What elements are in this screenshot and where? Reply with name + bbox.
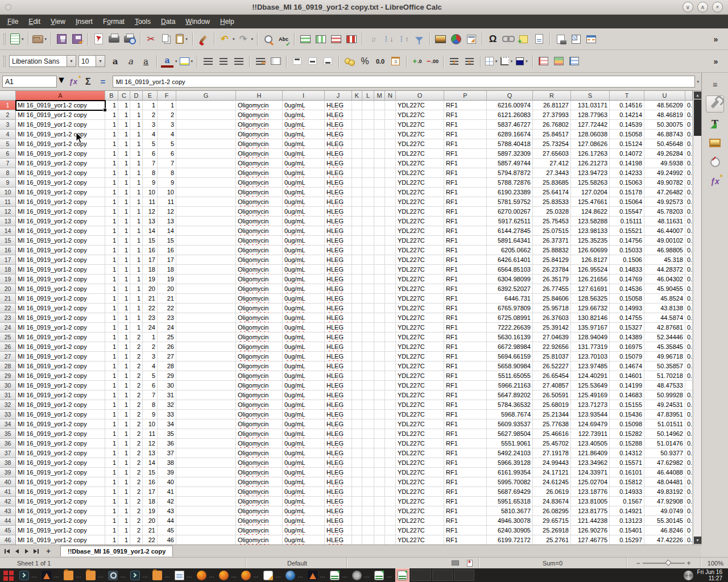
cell[interactable]: [362, 535, 374, 544]
sum-button[interactable]: Σ: [81, 75, 95, 89]
cell[interactable]: Oligomycin: [236, 477, 283, 487]
row-header[interactable]: 38: [0, 458, 16, 468]
cell[interactable]: 1: [118, 419, 130, 429]
cell[interactable]: 45.318: [644, 255, 685, 265]
row-header[interactable]: 44: [0, 516, 16, 526]
cell[interactable]: 25.45702: [533, 439, 571, 448]
cell[interactable]: 5784.36532: [487, 400, 533, 410]
cell[interactable]: [352, 468, 362, 477]
print-preview-button[interactable]: [122, 31, 137, 47]
clone-formatting-button[interactable]: [196, 31, 211, 47]
cell[interactable]: 1: [118, 139, 130, 149]
cell[interactable]: 0ug/mL: [283, 429, 325, 439]
cell[interactable]: RF1: [444, 246, 487, 255]
cell[interactable]: RF1: [444, 101, 487, 110]
cell[interactable]: 11: [143, 429, 158, 439]
page-style-label[interactable]: Default: [287, 560, 307, 567]
cell[interactable]: 1: [130, 294, 143, 304]
cell[interactable]: 1: [105, 332, 118, 342]
cell[interactable]: [362, 159, 374, 168]
cell[interactable]: [362, 120, 374, 130]
cell[interactable]: [374, 323, 385, 332]
cell[interactable]: 34: [158, 419, 176, 429]
cell[interactable]: 0.: [685, 168, 693, 178]
cell[interactable]: 126.95524: [571, 265, 610, 275]
cell[interactable]: RF1: [444, 419, 487, 429]
cell[interactable]: YDL227C: [396, 188, 444, 197]
cell[interactable]: 0ug/mL: [283, 294, 325, 304]
cell[interactable]: [176, 246, 236, 255]
cell[interactable]: 16: [143, 477, 158, 487]
spelling-button[interactable]: Abc: [276, 31, 291, 47]
cell[interactable]: 2: [130, 361, 143, 371]
cell[interactable]: 27.65603: [533, 149, 571, 159]
cell[interactable]: YDL227C: [396, 342, 444, 352]
cell[interactable]: [352, 197, 362, 207]
cell[interactable]: 1: [105, 342, 118, 352]
cell[interactable]: 0.14516: [610, 101, 644, 110]
cell[interactable]: [176, 265, 236, 275]
cell[interactable]: 7222.26639: [487, 323, 533, 332]
cell[interactable]: [362, 236, 374, 246]
cell[interactable]: 1: [118, 332, 130, 342]
cell[interactable]: 32: [158, 400, 176, 410]
cell[interactable]: 19: [143, 275, 158, 284]
cell[interactable]: [385, 207, 396, 217]
cell[interactable]: 1: [118, 197, 130, 207]
cell[interactable]: Oligomycin: [236, 448, 283, 458]
cell[interactable]: 1: [105, 381, 118, 390]
cell[interactable]: [176, 487, 236, 497]
overflow-button[interactable]: »: [708, 53, 723, 69]
cell[interactable]: [176, 352, 236, 361]
cell[interactable]: YDL227C: [396, 535, 444, 544]
cell[interactable]: 125.47661: [571, 197, 610, 207]
first-sheet-button[interactable]: [2, 547, 12, 556]
cell[interactable]: YDL227C: [396, 448, 444, 458]
cell[interactable]: 1: [118, 120, 130, 130]
hyperlink-button[interactable]: [500, 31, 516, 47]
cell[interactable]: YDL227C: [396, 429, 444, 439]
cell[interactable]: 1: [105, 275, 118, 284]
cell[interactable]: 17: [143, 255, 158, 265]
cell[interactable]: 0.15812: [610, 477, 644, 487]
cell[interactable]: [374, 342, 385, 352]
cell[interactable]: [362, 265, 374, 275]
cell[interactable]: [362, 390, 374, 400]
cell[interactable]: [352, 284, 362, 294]
cell[interactable]: YDL227C: [396, 313, 444, 323]
row-header[interactable]: 41: [0, 487, 16, 497]
cell[interactable]: HLEG: [325, 236, 352, 246]
cell[interactable]: 25.77638: [533, 419, 571, 429]
dropdown-arrow-icon[interactable]: [233, 37, 235, 41]
cell[interactable]: 0.: [685, 506, 693, 516]
cell[interactable]: [352, 265, 362, 275]
next-sheet-button[interactable]: [22, 547, 31, 556]
cell[interactable]: 0.15155: [610, 400, 644, 410]
cell[interactable]: 1: [105, 487, 118, 497]
cell[interactable]: [352, 371, 362, 381]
cell[interactable]: [176, 439, 236, 448]
cell[interactable]: 2: [130, 439, 143, 448]
cell[interactable]: 1: [130, 284, 143, 294]
cell[interactable]: 49.24992: [644, 168, 685, 178]
toolbar-grip[interactable]: [3, 34, 6, 45]
cell[interactable]: 1: [118, 390, 130, 400]
cell[interactable]: Oligomycin: [236, 304, 283, 313]
cell[interactable]: HLEG: [325, 313, 352, 323]
cell[interactable]: 0ug/mL: [283, 139, 325, 149]
cell[interactable]: 1: [130, 304, 143, 313]
cell[interactable]: [362, 207, 374, 217]
cell[interactable]: 1: [105, 506, 118, 516]
cell[interactable]: 131.77319: [571, 342, 610, 352]
cell[interactable]: MI 16_0919_yor1-2 copy: [16, 313, 105, 323]
cell[interactable]: 0ug/mL: [283, 390, 325, 400]
cell[interactable]: 1: [130, 101, 143, 110]
cell[interactable]: [352, 188, 362, 197]
cell[interactable]: 35: [158, 429, 176, 439]
row-header[interactable]: 36: [0, 439, 16, 448]
cell[interactable]: 1: [105, 390, 118, 400]
row-header[interactable]: 9: [0, 178, 16, 188]
menu-view[interactable]: View: [46, 15, 71, 28]
cell[interactable]: 2: [130, 419, 143, 429]
row-header[interactable]: 21: [0, 294, 16, 304]
